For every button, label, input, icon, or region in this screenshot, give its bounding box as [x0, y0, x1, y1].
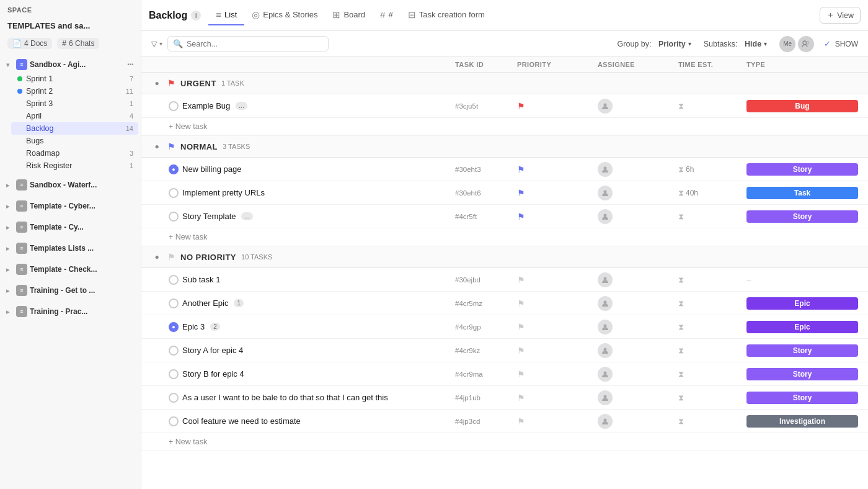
sidebar-item-sprint1[interactable]: Sprint 17	[11, 73, 138, 85]
sidebar-item-backlog[interactable]: Backlog14	[11, 122, 138, 135]
task-row[interactable]: Story Template...#4cr5ft⚑⧗Story	[141, 205, 868, 228]
sidebar-group-more-icon[interactable]: ···	[127, 59, 133, 70]
task-row[interactable]: Cool feature we need to estimate#4jp3cd⚑…	[141, 410, 868, 433]
sidebar-item-risk-register[interactable]: Risk Register1	[11, 159, 138, 172]
avatar-t6[interactable]	[598, 296, 613, 311]
sidebar-item-sprint2[interactable]: Sprint 211	[11, 85, 138, 97]
sidebar-item-roadmap[interactable]: Roadmap3	[11, 147, 138, 159]
sidebar-arrow-training-get: ▸	[6, 287, 14, 294]
svg-point-6	[604, 277, 607, 280]
new-task-btn-normal[interactable]: + New task	[141, 228, 868, 246]
task-time-t1: ⧗	[678, 101, 746, 111]
sidebar-group-header-template-cyber2[interactable]: ▸≡Template - Cy...	[2, 219, 138, 235]
tab-icon-task-creation: ⊟	[408, 9, 416, 20]
docs-icon: 📄	[12, 39, 22, 48]
avatar-t2[interactable]	[598, 162, 613, 177]
avatar-t11[interactable]	[598, 414, 613, 429]
task-name-text-t5: Sub task 1	[182, 275, 220, 284]
chats-pill[interactable]: # 6 Chats	[57, 38, 99, 49]
sidebar-arrow-template-cyber1: ▸	[6, 203, 14, 210]
sidebar-group-header-templates-lists[interactable]: ▸≡Templates Lists ...	[2, 240, 138, 256]
tab-icon-epics-stories: ◎	[252, 9, 260, 20]
task-row[interactable]: Another Epic1#4cr5mz⚑⧗Epic	[141, 292, 868, 315]
priority-group-header-normal[interactable]: ● ⚑ NORMAL 3 TASKS	[141, 136, 868, 158]
task-row[interactable]: Implement pretty URLs#30eht6⚑⧗40hTask	[141, 181, 868, 205]
avatar-t9[interactable]	[598, 367, 613, 382]
priority-group-header-no-priority[interactable]: ● ⚑ NO PRIORITY 10 TASKS	[141, 246, 868, 268]
task-status-icon-t4	[169, 212, 179, 222]
flag-icon-normal: ⚑	[167, 141, 175, 151]
new-task-btn-urgent[interactable]: + New task	[141, 118, 868, 136]
group-by-value: Priority	[658, 40, 686, 48]
avatar-t5[interactable]	[598, 272, 613, 287]
sidebar-item-april[interactable]: April4	[11, 110, 138, 122]
search-input[interactable]	[187, 40, 323, 48]
sidebar-group-header-training-get[interactable]: ▸≡Training - Get to ...	[2, 282, 138, 298]
task-row[interactable]: Sub task 1#30ejbd⚑⧗–	[141, 268, 868, 292]
task-name-cell-t6: Another Epic1	[169, 298, 455, 308]
tab-task-creation[interactable]: ⊟Task creation form	[401, 6, 492, 25]
task-assignee-t5	[598, 272, 678, 287]
sidebar-item-count-sprint1: 7	[130, 75, 133, 83]
sidebar-group-label-template-cyber2: Template - Cy...	[30, 223, 133, 231]
priority-icon-normal: ⚑	[517, 212, 525, 222]
task-row[interactable]: Story B for epic 4#4cr9ma⚑⧗Story	[141, 362, 868, 386]
avatar-t3[interactable]	[598, 186, 613, 200]
collapse-btn-normal[interactable]: ●	[151, 141, 162, 152]
sidebar-group-header-training-prac[interactable]: ▸≡Training - Prac...	[2, 303, 138, 320]
task-priority-t2: ⚑	[517, 164, 598, 174]
sidebar-group-template-cyber1: ▸≡Template - Cyber...	[0, 195, 141, 217]
avatar-me[interactable]: Me	[779, 36, 795, 52]
avatar-t1[interactable]	[598, 99, 613, 114]
tab-board[interactable]: ⊞Board	[325, 6, 373, 25]
tab-list[interactable]: ≡List	[208, 6, 244, 25]
task-name-cell-t7: ●Epic 32	[169, 322, 455, 332]
task-priority-t3: ⚑	[517, 188, 598, 198]
task-row[interactable]: Story A for epic 4#4cr9kz⚑⧗Story	[141, 339, 868, 362]
new-task-btn-no-priority[interactable]: + New task	[141, 433, 868, 451]
group-by-control[interactable]: Group by: Priority ▾	[618, 40, 691, 48]
task-tag-t4[interactable]: ...	[241, 212, 252, 220]
sidebar-item-sprint3[interactable]: Sprint 31	[11, 97, 138, 110]
task-tag-t1[interactable]: ...	[236, 102, 247, 110]
sidebar-group-icon-sandbox-agile: ≡	[16, 59, 27, 70]
show-button[interactable]: ✓ SHOW	[824, 39, 858, 48]
task-row[interactable]: As a user I want to be bale to do that s…	[141, 386, 868, 410]
avatar-t10[interactable]	[598, 390, 613, 405]
tab-hash[interactable]: ##	[373, 6, 401, 25]
sidebar-group-header-template-cyber1[interactable]: ▸≡Template - Cyber...	[2, 198, 138, 214]
sidebar-group-header-sandbox-waterfall[interactable]: ▸≡Sandbox - Waterf...	[2, 177, 138, 193]
docs-pill[interactable]: 📄 4 Docs	[7, 38, 52, 49]
avatar-t7[interactable]	[598, 320, 613, 334]
priority-icon-none: ⚑	[517, 393, 525, 403]
sidebar-group-header-sandbox-agile[interactable]: ▾≡Sandbox - Agi...···	[2, 56, 138, 73]
task-tag-t6[interactable]: 1	[234, 299, 244, 307]
task-row[interactable]: Example Bug...#3cju5t⚑⧗Bug	[141, 94, 868, 118]
view-button[interactable]: ＋ View	[820, 7, 861, 24]
search-box[interactable]: 🔍	[167, 36, 329, 52]
task-tag-t7[interactable]: 2	[210, 323, 220, 331]
avatar-t8[interactable]	[598, 343, 613, 358]
sidebar-groups: ▾≡Sandbox - Agi...···Sprint 17Sprint 211…	[0, 54, 141, 322]
sidebar-group-header-template-check[interactable]: ▸≡Template - Check...	[2, 261, 138, 277]
sidebar-item-bugs[interactable]: Bugs	[11, 135, 138, 147]
tab-label-task-creation: Task creation form	[419, 10, 485, 19]
task-status-icon-t6	[169, 298, 179, 308]
task-row[interactable]: ●Epic 32#4cr9gp⚑⧗Epic	[141, 315, 868, 339]
collapse-btn-urgent[interactable]: ●	[151, 78, 162, 89]
time-dash-t7: ⧗	[678, 322, 684, 332]
subtasks-control[interactable]: Subtasks: Hide ▾	[704, 40, 767, 48]
tab-epics-stories[interactable]: ◎Epics & Stories	[244, 6, 325, 25]
col-priority: PRIORITY	[517, 61, 598, 68]
task-row[interactable]: ●New billing page#30eht3⚑⧗6hStory	[141, 158, 868, 181]
task-id-t10: #4jp1ub	[455, 394, 517, 402]
avatar-t4[interactable]	[598, 209, 613, 224]
task-type-badge-t8: Story	[746, 344, 858, 357]
priority-group-header-urgent[interactable]: ● ⚑ URGENT 1 TASK	[141, 73, 868, 94]
filter-button[interactable]: ▽ ▾	[151, 40, 162, 48]
avatar-team[interactable]	[798, 36, 814, 52]
task-type-cell-t4: Story	[746, 210, 858, 223]
sidebar-group-sandbox-waterfall: ▸≡Sandbox - Waterf...	[0, 174, 141, 195]
info-icon[interactable]: i	[191, 11, 201, 20]
collapse-btn-no-priority[interactable]: ●	[151, 251, 162, 262]
